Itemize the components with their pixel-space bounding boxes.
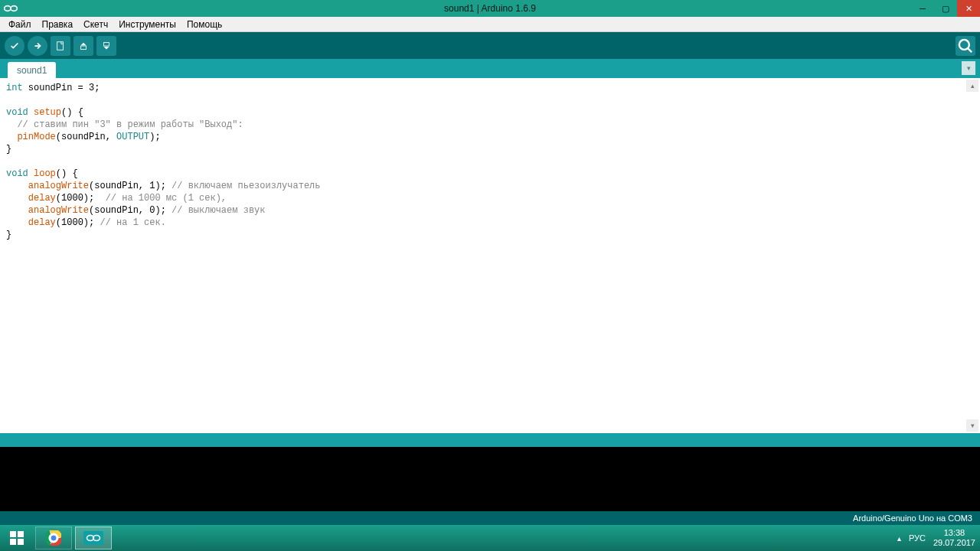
taskbar-chrome[interactable] [35,527,72,549]
code-token [6,193,28,204]
scrollbar-up-icon[interactable]: ▴ [966,80,978,92]
taskbar-arduino[interactable] [75,527,112,549]
code-token: int [6,83,23,93]
code-token: } [6,144,11,155]
code-token: void [6,107,28,118]
output-console[interactable] [0,447,980,511]
tray-overflow-icon[interactable]: ▴ [897,534,901,543]
scrollbar-down-icon[interactable]: ▾ [966,419,978,432]
code-token: setup [28,107,61,118]
svg-point-1 [11,6,17,11]
menu-bar: Файл Правка Скетч Инструменты Помощь [0,17,980,32]
minimize-button[interactable]: ─ [911,0,934,17]
code-token [6,205,28,216]
new-sketch-button[interactable] [51,36,70,56]
menu-tools[interactable]: Инструменты [113,18,181,31]
status-strip [0,433,980,447]
code-token: loop [28,168,56,179]
svg-rect-3 [81,46,87,49]
code-token: analogWrite [28,205,89,216]
code-token: () { [56,168,78,179]
code-token: () { [61,107,83,118]
save-sketch-button[interactable] [96,36,116,56]
upload-button[interactable] [28,36,47,56]
code-token: // включаем пьезоизлучатель [172,181,320,191]
code-token: (1000); [56,193,106,204]
svg-rect-9 [18,539,24,545]
tray-clock[interactable]: 13:38 29.07.2017 [933,528,975,548]
code-token [6,132,17,142]
code-token: (soundPin, [56,132,116,142]
code-token: (soundPin, 1); [89,181,172,191]
tray-time: 13:38 [933,528,975,538]
board-info: Arduino/Genuino Uno на COM3 [853,514,972,523]
code-token: delay [28,193,56,204]
footer-bar: Arduino/Genuino Uno на COM3 [0,511,980,525]
tray-language[interactable]: РУС [909,533,926,543]
code-token: } [6,230,11,240]
tab-sound1[interactable]: sound1 [8,62,56,78]
serial-monitor-button[interactable] [956,36,975,56]
code-token: OUTPUT [116,132,149,142]
menu-edit[interactable]: Правка [37,18,79,31]
code-token: (soundPin, 0); [89,205,172,216]
tabs-menu-button[interactable]: ▾ [962,61,975,75]
system-tray: ▴ РУС 13:38 29.07.2017 [897,528,975,548]
svg-point-5 [959,39,969,49]
svg-point-0 [5,6,11,11]
code-token: (1000); [56,217,100,228]
tab-strip: sound1 ▾ [0,59,980,78]
start-button[interactable] [0,525,34,551]
menu-file[interactable]: Файл [3,18,37,31]
code-token [6,217,28,228]
code-token: soundPin = 3; [23,83,100,93]
close-button[interactable]: ✕ [957,0,980,17]
code-token: delay [28,217,56,228]
arduino-logo-icon [3,5,18,12]
code-editor[interactable]: ▴ ▾ int soundPin = 3; void setup() { // … [0,78,980,433]
window-title: sound1 | Arduino 1.6.9 [444,3,536,14]
code-token [6,181,28,191]
svg-rect-4 [104,42,109,45]
windows-taskbar: ▴ РУС 13:38 29.07.2017 [0,525,980,551]
window-titlebar: sound1 | Arduino 1.6.9 ─ ▢ ✕ [0,0,980,17]
code-token: // на 1000 мс (1 сек), [106,193,227,204]
menu-sketch[interactable]: Скетч [78,18,113,31]
code-token: // выключаем звук [172,205,265,216]
code-token: analogWrite [28,181,89,191]
svg-rect-8 [10,539,16,545]
open-sketch-button[interactable] [74,36,93,56]
code-token: // на 1 сек. [100,217,165,228]
menu-help[interactable]: Помощь [181,18,227,31]
code-token: void [6,168,28,179]
svg-rect-7 [18,531,24,537]
svg-rect-6 [10,531,16,537]
maximize-button[interactable]: ▢ [934,0,957,17]
code-token: ); [149,132,160,142]
tray-date: 29.07.2017 [933,538,975,548]
code-token: pinMode [17,132,55,142]
toolbar [0,32,980,59]
verify-button[interactable] [5,36,24,56]
code-token: // ставим пин "3" в режим работы "Выход"… [6,119,243,130]
svg-rect-2 [57,41,64,50]
